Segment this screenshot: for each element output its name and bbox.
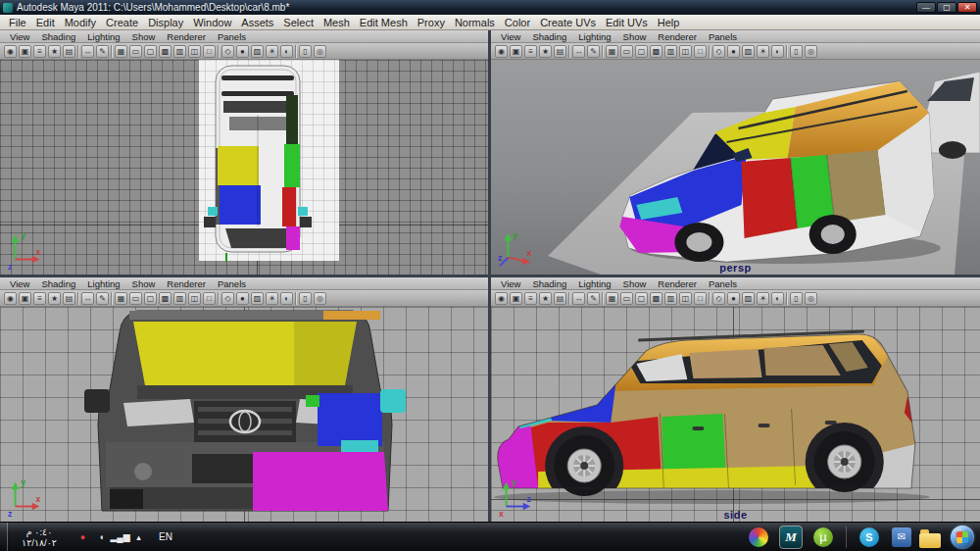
wireframe-icon[interactable]: ◇ [221,45,234,58]
shadows-icon[interactable]: ◐ [280,45,293,58]
smooth-shade-icon[interactable]: ● [236,45,249,58]
panel-menu-item[interactable]: Show [617,31,653,42]
panel-menu-item[interactable]: Panels [212,31,252,42]
car-mesh-side-view[interactable] [491,307,980,522]
viewport-canvas-persp[interactable]: persp y x z [491,60,980,275]
volume-icon[interactable]: ◖ [93,527,110,547]
pan-zoom-icon[interactable]: ↔ [81,292,94,305]
menubar-item[interactable]: Edit Mesh [355,17,413,28]
film-gate-icon[interactable]: ▭ [129,45,142,58]
image-plane-icon[interactable]: ▤ [63,292,75,305]
field-chart-icon[interactable]: ▥ [173,45,186,58]
bookmark-icon[interactable]: ★ [48,45,61,58]
pan-zoom-icon[interactable]: ↔ [81,45,94,58]
isolate-select-icon[interactable]: ◎ [314,292,326,305]
taskbar-clock[interactable]: ٠:٤٠ م ١٢/١٨/٠٢ [8,526,71,548]
bookmark-icon[interactable]: ★ [48,292,61,305]
safe-title-icon[interactable]: □ [203,45,216,58]
safe-action-icon[interactable]: ◫ [679,45,692,58]
car-mesh-front-view[interactable] [84,311,406,511]
lock-camera-icon[interactable]: ▣ [510,292,522,305]
menubar-item[interactable]: Display [143,17,188,28]
panel-menu-item[interactable]: Shading [526,278,572,289]
hidden-icons-button[interactable]: ▴ [130,527,147,547]
resolution-gate-icon[interactable]: ▢ [635,292,648,305]
lock-camera-icon[interactable]: ▣ [19,45,31,58]
panel-menu-item[interactable]: Panels [703,31,743,42]
panel-menu-item[interactable]: Lighting [81,31,125,42]
textured-icon[interactable]: ▨ [742,45,755,58]
gate-mask-icon[interactable]: ▩ [650,45,662,58]
shadows-icon[interactable]: ◐ [771,45,784,58]
skype-app-icon[interactable]: S [859,527,879,547]
menubar-item[interactable]: Mesh [318,17,355,28]
network-icon[interactable]: ▂▄▆ [112,527,128,547]
isolate-select-icon[interactable]: ◎ [314,45,326,58]
grease-pencil-icon[interactable]: ✎ [587,292,600,305]
panel-menu-item[interactable]: Renderer [652,31,703,42]
film-gate-icon[interactable]: ▭ [620,45,633,58]
safe-action-icon[interactable]: ◫ [188,45,201,58]
panel-menu-item[interactable]: Lighting [572,278,616,289]
shadows-icon[interactable]: ◐ [771,292,784,305]
select-camera-icon[interactable]: ◉ [4,292,17,305]
menubar-item[interactable]: Proxy [413,17,450,28]
language-indicator[interactable]: EN [151,531,180,542]
safe-title-icon[interactable]: □ [203,292,216,305]
close-button[interactable]: ✕ [957,2,977,13]
viewport-canvas-top[interactable]: y x z [0,60,488,275]
xray-icon[interactable]: ▯ [790,45,803,58]
menubar-item[interactable]: Modify [60,17,101,28]
panel-menu-item[interactable]: Renderer [161,31,212,42]
bookmark-icon[interactable]: ★ [539,45,552,58]
panel-menu-item[interactable]: Panels [703,278,743,289]
viewport-canvas-side[interactable]: side y z x [491,307,980,522]
utorrent-app-icon[interactable]: µ [813,527,833,547]
field-chart-icon[interactable]: ▥ [664,45,677,58]
menubar-item[interactable]: Edit UVs [601,17,653,28]
menubar-item[interactable]: File [4,17,31,28]
wireframe-icon[interactable]: ◇ [221,292,234,305]
image-plane-icon[interactable]: ▤ [554,45,566,58]
panel-menu-item[interactable]: Shading [526,31,572,42]
isolate-select-icon[interactable]: ◎ [805,45,817,58]
show-desktop-button[interactable] [0,523,8,551]
menubar-item[interactable]: Select [278,17,318,28]
panel-menu-item[interactable]: View [495,278,526,289]
panel-menu-item[interactable]: Shading [35,278,81,289]
grid-icon[interactable]: ▦ [606,45,618,58]
panel-menu-item[interactable]: View [4,278,35,289]
select-camera-icon[interactable]: ◉ [4,45,17,58]
isolate-select-icon[interactable]: ◎ [805,292,817,305]
camera-attributes-icon[interactable]: ≡ [33,292,46,305]
grid-icon[interactable]: ▦ [115,292,127,305]
smooth-shade-icon[interactable]: ● [236,292,249,305]
film-gate-icon[interactable]: ▭ [129,292,142,305]
folder-app-icon[interactable] [919,533,941,548]
safe-action-icon[interactable]: ◫ [188,292,201,305]
panel-menu-item[interactable]: Renderer [161,278,212,289]
menubar-item[interactable]: Help [653,17,685,28]
select-camera-icon[interactable]: ◉ [495,45,508,58]
gate-mask-icon[interactable]: ▩ [650,292,662,305]
textured-icon[interactable]: ▨ [251,45,264,58]
pan-zoom-icon[interactable]: ↔ [572,292,585,305]
windows-start-button[interactable] [945,523,980,551]
smooth-shade-icon[interactable]: ● [727,45,740,58]
panel-menu-item[interactable]: Lighting [81,278,125,289]
xray-icon[interactable]: ▯ [299,45,312,58]
bookmark-icon[interactable]: ★ [539,292,552,305]
menubar-item[interactable]: Create UVs [535,17,601,28]
grid-icon[interactable]: ▦ [115,45,127,58]
mail-app-icon[interactable]: ✉ [892,527,911,547]
resolution-gate-icon[interactable]: ▢ [635,45,648,58]
film-gate-icon[interactable]: ▭ [620,292,633,305]
camera-attributes-icon[interactable]: ≡ [524,292,537,305]
maximize-button[interactable]: ▢ [937,2,956,13]
lock-camera-icon[interactable]: ▣ [510,45,522,58]
panel-menu-item[interactable]: Show [126,278,162,289]
minimize-button[interactable]: — [916,2,936,13]
panel-menu-item[interactable]: Show [617,278,653,289]
grease-pencil-icon[interactable]: ✎ [587,45,600,58]
safe-action-icon[interactable]: ◫ [679,292,692,305]
